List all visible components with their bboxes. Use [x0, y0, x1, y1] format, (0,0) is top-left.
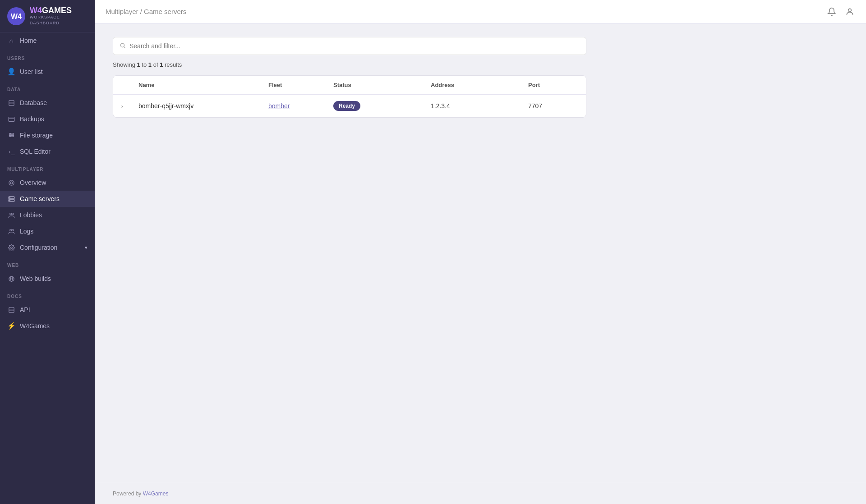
svg-point-8	[10, 136, 10, 136]
data-table: Name Fleet Status Address Port › bomber-…	[113, 75, 586, 118]
svg-rect-5	[9, 117, 14, 121]
logs-icon	[7, 227, 15, 235]
table-header: Name Fleet Status Address Port	[113, 76, 586, 95]
sidebar-item-api[interactable]: API	[0, 302, 95, 318]
sql-editor-icon: ›_	[7, 147, 15, 156]
footer-link[interactable]: W4Games	[143, 490, 169, 497]
sidebar-item-label-file-storage: File storage	[20, 132, 53, 139]
sidebar-item-overview[interactable]: Overview	[0, 174, 95, 191]
section-users: USERS	[0, 49, 95, 64]
footer: Powered by W4Games	[95, 483, 866, 504]
user-icon: 👤	[7, 68, 15, 76]
results-info: Showing 1 to 1 of 1 results	[113, 61, 848, 68]
sidebar-item-configuration[interactable]: Configuration ▾	[0, 239, 95, 256]
th-port: Port	[521, 76, 586, 94]
sidebar-item-logs[interactable]: Logs	[0, 223, 95, 239]
sidebar-item-label-overview: Overview	[20, 179, 46, 186]
search-bar[interactable]	[113, 37, 586, 55]
configuration-icon	[7, 243, 15, 252]
table-row[interactable]: › bomber-q5jjr-wmxjv bomber Ready 1.2.3.…	[113, 95, 586, 117]
logo-icon: W4	[7, 7, 25, 25]
sidebar-item-sql-editor[interactable]: ›_ SQL Editor	[0, 143, 95, 160]
section-multiplayer: MULTIPLAYER	[0, 160, 95, 174]
svg-line-26	[124, 46, 125, 48]
th-fleet: Fleet	[261, 76, 326, 94]
row-expand-button[interactable]: ›	[113, 96, 131, 116]
topbar: Multiplayer / Game servers	[95, 0, 866, 23]
svg-point-17	[9, 229, 11, 231]
svg-point-16	[12, 213, 14, 215]
status-badge: Ready	[333, 101, 360, 111]
api-icon	[7, 306, 15, 314]
search-input[interactable]	[129, 42, 580, 50]
row-port: 7707	[521, 96, 586, 116]
sidebar-item-label-lobbies: Lobbies	[20, 211, 42, 219]
sidebar-item-label-database: Database	[20, 99, 47, 106]
sidebar-item-file-storage[interactable]: File storage	[0, 127, 95, 143]
main-content: Multiplayer / Game servers Showing 1 to …	[95, 0, 866, 504]
file-storage-icon	[7, 131, 15, 139]
sidebar-item-backups[interactable]: Backups	[0, 111, 95, 127]
breadcrumb-parent: Multiplayer	[106, 8, 138, 15]
footer-prefix: Powered by	[113, 490, 141, 497]
search-icon	[120, 42, 126, 50]
logo-brand: W4GAMES	[30, 6, 72, 14]
svg-point-24	[848, 9, 852, 12]
database-icon	[7, 99, 15, 107]
sidebar-item-home[interactable]: ⌂ Home	[0, 32, 95, 49]
sidebar-item-web-builds[interactable]: Web builds	[0, 270, 95, 287]
svg-point-10	[10, 182, 13, 184]
svg-point-18	[12, 229, 14, 231]
svg-rect-21	[9, 307, 14, 312]
web-builds-icon	[7, 275, 15, 283]
sidebar-item-label-backups: Backups	[20, 115, 44, 123]
game-servers-icon	[7, 195, 15, 203]
sidebar-item-game-servers[interactable]: Game servers	[0, 191, 95, 207]
svg-rect-2	[9, 101, 14, 105]
sidebar-item-lobbies[interactable]: Lobbies	[0, 207, 95, 223]
svg-point-25	[120, 43, 124, 47]
svg-point-9	[9, 180, 14, 185]
svg-point-7	[10, 133, 10, 134]
overview-icon	[7, 179, 15, 187]
sidebar-item-w4games[interactable]: ⚡ W4Games	[0, 318, 95, 334]
svg-point-13	[9, 197, 10, 197]
sidebar-item-label-web-builds: Web builds	[20, 275, 51, 282]
sidebar-item-label-api: API	[20, 306, 30, 313]
logo-text: W4GAMES WORKSPACEDASHBOARD	[30, 6, 72, 26]
sidebar-item-database[interactable]: Database	[0, 95, 95, 111]
row-name: bomber-q5jjr-wmxjv	[131, 96, 261, 116]
th-name: Name	[131, 76, 261, 94]
th-status: Status	[326, 76, 424, 94]
svg-text:W4: W4	[11, 13, 22, 20]
sidebar-item-label-logs: Logs	[20, 228, 33, 235]
breadcrumb-current: Game servers	[144, 8, 186, 15]
svg-point-19	[10, 247, 12, 248]
user-profile-icon[interactable]	[844, 6, 855, 17]
svg-point-14	[9, 200, 10, 201]
w4games-icon: ⚡	[7, 322, 15, 330]
home-icon: ⌂	[7, 37, 15, 45]
sidebar-item-label-user-list: User list	[20, 68, 43, 75]
content-area: Showing 1 to 1 of 1 results Name Fleet S…	[95, 23, 866, 483]
sidebar: W4 W4GAMES WORKSPACEDASHBOARD ⌂ Home USE…	[0, 0, 95, 504]
sidebar-item-label-game-servers: Game servers	[20, 195, 60, 202]
th-address: Address	[424, 76, 521, 94]
notifications-icon[interactable]	[826, 6, 837, 17]
breadcrumb: Multiplayer / Game servers	[106, 8, 186, 15]
lobbies-icon	[7, 211, 15, 219]
th-expand	[113, 76, 131, 94]
sidebar-item-label-home: Home	[20, 37, 37, 44]
sidebar-item-user-list[interactable]: 👤 User list	[0, 64, 95, 80]
svg-point-15	[9, 213, 11, 215]
topbar-icons	[826, 6, 855, 17]
logo: W4 W4GAMES WORKSPACEDASHBOARD	[0, 0, 95, 32]
row-address: 1.2.3.4	[424, 96, 521, 116]
section-web: WEB	[0, 256, 95, 270]
logo-subtitle: WORKSPACEDASHBOARD	[30, 14, 72, 26]
row-status: Ready	[326, 95, 424, 117]
breadcrumb-separator: /	[140, 8, 144, 15]
row-fleet: bomber	[261, 96, 326, 116]
sidebar-item-label-w4games: W4Games	[20, 322, 50, 330]
fleet-link[interactable]: bomber	[268, 102, 290, 110]
